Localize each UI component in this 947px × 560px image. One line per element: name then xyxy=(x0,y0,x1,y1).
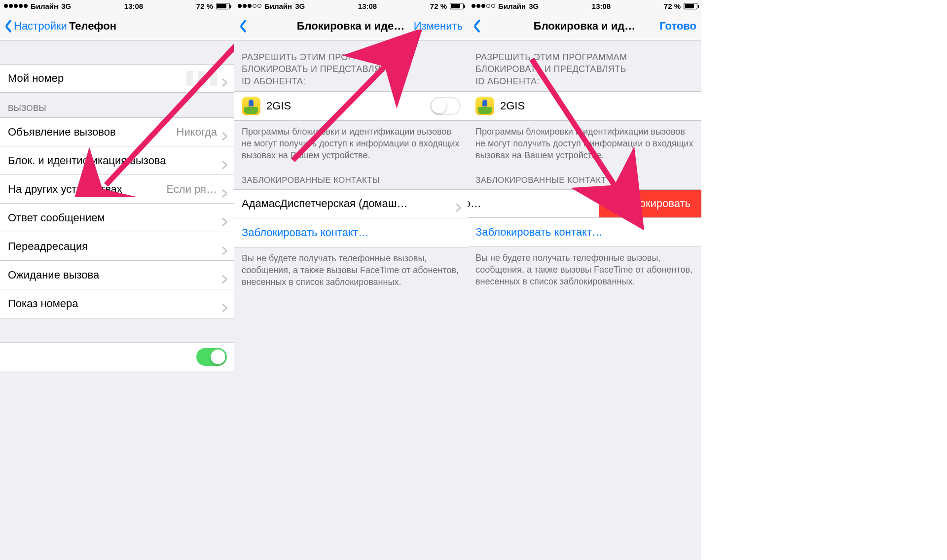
section-header-allow-apps: РАЗРЕШИТЬ ЭТИМ ПРОГРАММАМ БЛОКИРОВАТЬ И … xyxy=(468,40,701,91)
cell-label: Объявление вызовов xyxy=(8,126,116,139)
signal-icon xyxy=(472,4,495,8)
cell-label: Заблокировать контакт… xyxy=(242,226,369,239)
cell-label: 2GIS xyxy=(266,100,291,112)
section-header-calls: ВЫЗОВЫ xyxy=(0,93,234,117)
cell-label: Ответ сообщением xyxy=(8,211,105,224)
status-bar: Билайн 3G 13:08 72 % xyxy=(0,0,234,12)
battery-icon xyxy=(450,3,464,9)
back-button[interactable] xyxy=(473,20,481,33)
cell-my-number[interactable]: Мой номер xyxy=(0,64,234,93)
cell-block-contact[interactable]: Заблокировать контакт… xyxy=(468,218,701,246)
cell-value: Если ря… xyxy=(166,183,226,196)
chevron-left-icon xyxy=(5,20,13,33)
cell-label: Ожидание вызова xyxy=(8,269,99,281)
section-footer-blocked: Вы не будете получать телефонные вызовы,… xyxy=(468,247,701,291)
cell-label: Мой номер xyxy=(8,72,64,85)
edit-button[interactable]: Изменить xyxy=(414,20,463,33)
signal-icon xyxy=(238,4,261,8)
cell-block-contact[interactable]: Заблокировать контакт… xyxy=(234,218,468,247)
nav-title: Блокировка и ид… xyxy=(534,20,635,33)
cell-announce-calls[interactable]: Объявление вызовов Никогда xyxy=(0,118,234,146)
battery-pct: 72 % xyxy=(430,2,447,10)
network-label: 3G xyxy=(295,2,305,10)
network-label: 3G xyxy=(61,2,71,10)
section-footer-blocked: Вы не будете получать телефонные вызовы,… xyxy=(234,247,468,291)
nav-title: Телефон xyxy=(69,20,116,33)
app-icon-2gis xyxy=(475,97,494,115)
done-button[interactable]: Готово xyxy=(659,20,696,33)
cell-blocked-contact[interactable]: АдамасДиспетчерская (домаш… xyxy=(234,190,468,218)
cell-value: Никогда xyxy=(177,126,226,139)
section-footer-allow: Программы блокировки и идентификации выз… xyxy=(468,121,701,165)
section-footer-allow: Программы блокировки и идентификации выз… xyxy=(234,121,468,165)
cell-call-forwarding[interactable]: Переадресация xyxy=(0,232,234,261)
battery-icon xyxy=(684,3,697,9)
toggle-switch[interactable] xyxy=(430,97,461,115)
chevron-left-icon xyxy=(474,20,481,33)
cell-other-devices[interactable]: На других устройствах Если ря… xyxy=(0,175,234,204)
cell-label: На других устройствах xyxy=(8,183,122,196)
app-icon-2gis xyxy=(242,97,260,115)
pane-block-id: Билайн 3G 13:08 72 % Блокировка и иде… И… xyxy=(234,0,468,560)
carrier-label: Билайн xyxy=(498,2,526,10)
cell-call-waiting[interactable]: Ожидание вызова xyxy=(0,261,234,289)
cell-app-2gis[interactable]: 2GIS xyxy=(468,92,701,120)
cell-label: Показ номера xyxy=(8,297,78,310)
nav-title: Блокировка и иде… xyxy=(297,20,405,33)
battery-pct: 72 % xyxy=(664,2,681,10)
nav-bar: Настройки Телефон xyxy=(0,12,234,40)
clock: 13:08 xyxy=(124,2,143,10)
status-bar: Билайн 3G 13:08 72 % xyxy=(468,0,701,12)
section-header-blocked: ЗАБЛОКИРОВАННЫЕ КОНТАКТ xyxy=(468,165,701,189)
section-header-blocked: ЗАБЛОКИРОВАННЫЕ КОНТАКТЫ xyxy=(234,165,468,189)
carrier-label: Билайн xyxy=(264,2,292,10)
unblock-button[interactable]: Разблокировать xyxy=(599,190,701,217)
toggle-switch[interactable] xyxy=(196,348,227,366)
battery-icon xyxy=(216,3,230,9)
nav-bar: Блокировка и иде… Изменить xyxy=(234,12,468,40)
back-label: Настройки xyxy=(14,20,67,33)
signal-icon xyxy=(4,4,28,8)
clock: 13:08 xyxy=(358,2,377,10)
cell-blocked-contact-swiped[interactable]: тчерская (до… Разблокировать xyxy=(468,189,701,218)
status-bar: Билайн 3G 13:08 72 % xyxy=(234,0,468,12)
phone-number-blurred xyxy=(186,71,226,86)
cell-sms-reply[interactable]: Ответ сообщением xyxy=(0,204,234,232)
pane-phone-settings: Билайн 3G 13:08 72 % Настройки Телефон М… xyxy=(0,0,234,560)
cell-label: Блок. и идентификация вызова xyxy=(8,154,166,167)
pane-block-id-editing: Билайн 3G 13:08 72 % Блокировка и ид… Го… xyxy=(468,0,701,560)
cell-label: Заблокировать контакт… xyxy=(475,226,603,239)
back-button[interactable]: Настройки xyxy=(5,20,67,33)
nav-bar: Блокировка и ид… Готово xyxy=(468,12,701,40)
carrier-label: Билайн xyxy=(31,2,58,10)
battery-pct: 72 % xyxy=(196,2,213,10)
cell-caller-id[interactable]: Показ номера xyxy=(0,289,234,318)
cell-label: Переадресация xyxy=(8,240,88,253)
cell-label: АдамасДиспетчерская (домаш… xyxy=(242,197,408,210)
section-header-allow-apps: РАЗРЕШИТЬ ЭТИМ ПРОГРАММАМ БЛОКИРОВАТЬ И … xyxy=(234,40,468,91)
cell-partial-toggle[interactable]: x xyxy=(0,343,234,371)
network-label: 3G xyxy=(529,2,539,10)
calls-group: Объявление вызовов Никогда Блок. и идент… xyxy=(0,117,234,318)
chevron-left-icon xyxy=(240,20,248,33)
cell-app-2gis[interactable]: 2GIS xyxy=(234,92,468,120)
cell-label: тчерская (до… xyxy=(468,190,489,217)
clock: 13:08 xyxy=(592,2,611,10)
back-button[interactable] xyxy=(239,20,248,33)
cell-label: 2GIS xyxy=(500,100,525,112)
cell-block-identify[interactable]: Блок. и идентификация вызова xyxy=(0,146,234,175)
